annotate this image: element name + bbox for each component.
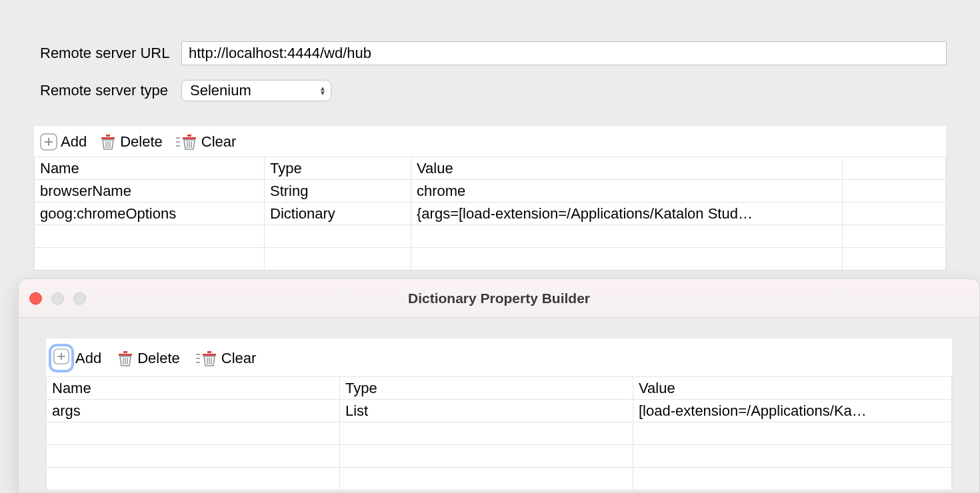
zoom-icon (73, 292, 86, 304)
remote-type-label: Remote server type (0, 82, 181, 99)
svg-rect-27 (203, 354, 216, 356)
svg-rect-3 (101, 137, 115, 139)
dictionary-table[interactable]: Name Type Value args List [load-extensio… (46, 376, 952, 490)
svg-rect-20 (123, 351, 127, 353)
trash-icon (116, 349, 135, 368)
table-row (35, 225, 946, 248)
main-toolbar: Add Delete Clear (34, 126, 946, 157)
dialog-toolbar: Add Delete Clear (46, 338, 952, 376)
delete-button[interactable]: Delete (116, 349, 180, 368)
dialog-title: Dictionary Property Builder (19, 290, 979, 306)
cell-extra (843, 203, 946, 225)
plus-icon (52, 347, 71, 366)
minimize-icon (51, 292, 64, 304)
svg-rect-12 (187, 135, 191, 137)
remote-type-select[interactable]: Selenium ▲▼ (181, 80, 331, 101)
cell-type[interactable]: String (265, 180, 411, 203)
clear-button[interactable]: Clear (175, 133, 237, 151)
dictionary-builder-dialog: Dictionary Property Builder Add Delet (18, 278, 980, 493)
add-label: Add (61, 133, 87, 151)
add-label: Add (75, 350, 101, 367)
col-type[interactable]: Type (265, 157, 411, 180)
col-extra (843, 157, 946, 180)
cell-extra (843, 180, 946, 203)
col-name[interactable]: Name (35, 157, 265, 180)
table-row[interactable]: args List [load-extension=/Applications/… (47, 400, 952, 422)
remote-type-value: Selenium (190, 82, 251, 99)
clear-icon (175, 133, 199, 151)
plus-icon (39, 133, 58, 151)
add-button[interactable]: Add (51, 346, 101, 370)
col-value[interactable]: Value (633, 377, 952, 400)
cell-value[interactable]: [load-extension=/Applications/Ka… (633, 400, 952, 422)
add-button[interactable]: Add (39, 133, 87, 151)
cell-name[interactable]: browserName (35, 180, 265, 203)
trash-icon (99, 133, 117, 151)
delete-label: Delete (120, 133, 163, 151)
clear-label: Clear (221, 350, 257, 367)
table-row (47, 468, 952, 490)
col-name[interactable]: Name (47, 377, 340, 400)
clear-label: Clear (201, 133, 237, 151)
cell-type[interactable]: List (340, 400, 633, 422)
svg-rect-4 (106, 135, 110, 137)
table-row[interactable]: goog:chromeOptions Dictionary {args=[loa… (35, 203, 946, 225)
remote-url-label: Remote server URL (0, 45, 181, 62)
delete-label: Delete (137, 350, 180, 367)
svg-rect-19 (119, 354, 132, 356)
cell-value[interactable]: chrome (411, 180, 843, 203)
cell-value[interactable]: {args=[load-extension=/Applications/Kata… (411, 203, 843, 225)
cell-name[interactable]: goog:chromeOptions (35, 203, 265, 225)
close-icon[interactable] (29, 292, 42, 304)
table-row (35, 248, 946, 270)
capabilities-table[interactable]: Name Type Value browserName String chrom… (34, 157, 946, 270)
table-row (47, 422, 952, 445)
dialog-titlebar[interactable]: Dictionary Property Builder (19, 279, 979, 318)
remote-url-input[interactable] (181, 41, 947, 65)
clear-icon (195, 349, 219, 368)
chevron-updown-icon: ▲▼ (319, 86, 326, 95)
svg-rect-28 (207, 351, 211, 353)
cell-name[interactable]: args (47, 400, 340, 422)
col-value[interactable]: Value (411, 157, 843, 180)
col-type[interactable]: Type (340, 377, 633, 400)
cell-type[interactable]: Dictionary (265, 203, 411, 225)
svg-rect-11 (183, 137, 196, 139)
table-row[interactable]: browserName String chrome (35, 180, 946, 203)
table-row (47, 445, 952, 468)
clear-button[interactable]: Clear (195, 349, 257, 368)
delete-button[interactable]: Delete (99, 133, 163, 151)
